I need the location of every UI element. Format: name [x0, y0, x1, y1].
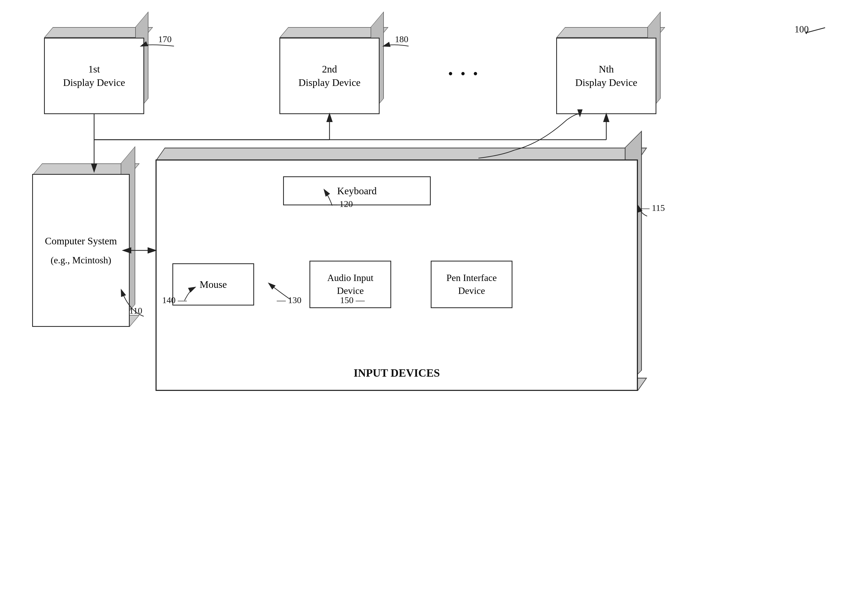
display2-box: 2ndDisplay Device: [279, 38, 380, 114]
ref-110: 110: [129, 306, 142, 316]
input-box-top: [155, 148, 647, 161]
pen-box: Pen InterfaceDevice: [431, 261, 512, 308]
input-devices-title: INPUT DEVICES: [353, 367, 440, 379]
ref-180: 180: [395, 34, 408, 44]
displayN-box: NthDisplay Device: [556, 38, 656, 114]
keyboard-box: Keyboard: [283, 176, 431, 205]
computer-sublabel: (e.g., Mcintosh): [51, 255, 111, 266]
ellipsis: • • •: [448, 66, 480, 81]
ref-140: 140 —: [162, 295, 187, 305]
ref-150: 150 —: [340, 295, 365, 305]
diagram-container: 100 1stDisplay Device 170 2ndDisplay Dev…: [0, 0, 843, 616]
computer-label: Computer System: [45, 235, 117, 247]
input-devices-box: INPUT DEVICES Keyboard Mouse Audio Input…: [155, 160, 638, 391]
ref-170: 170: [158, 34, 172, 44]
display1-box: 1stDisplay Device: [44, 38, 144, 114]
ref-115: — 115: [641, 203, 665, 213]
figure-number: 100: [795, 24, 809, 35]
ref-130: — 130: [277, 295, 302, 305]
computer-box: Computer System (e.g., Mcintosh): [32, 174, 130, 327]
ref-120: — 120: [328, 199, 353, 209]
